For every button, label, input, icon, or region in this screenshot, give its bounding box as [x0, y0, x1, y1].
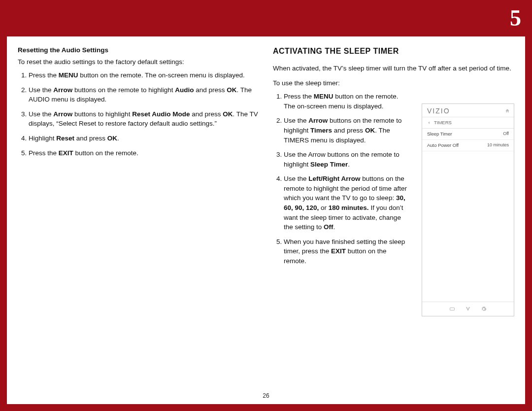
- text-bold: OK: [365, 127, 375, 134]
- osd-footer: [422, 302, 514, 316]
- home-icon: [505, 108, 510, 113]
- text-bold: Off: [324, 223, 333, 231]
- content-sheet: Resetting the Audio Settings To reset th…: [7, 36, 525, 404]
- page-number: 26: [7, 392, 525, 399]
- list-item: Press the EXIT button on the remote.: [29, 148, 259, 158]
- list-item: When you have finished setting the sleep…: [284, 237, 411, 266]
- list-item: Use the Arrow buttons on the remote to h…: [284, 150, 411, 169]
- manual-page: 5 Resetting the Audio Settings To reset …: [0, 0, 532, 411]
- osd-row-value: Off: [503, 131, 509, 137]
- osd-row-label: Auto Power Off: [427, 142, 459, 149]
- sleep-timer-intro-2: To use the sleep timer:: [273, 78, 514, 88]
- text: Press the: [29, 71, 59, 79]
- osd-spacer: [422, 151, 514, 302]
- gear-icon: [480, 306, 487, 312]
- list-item: Press the MENU button on the remote. The…: [29, 70, 259, 80]
- text: button on the remote.: [73, 149, 138, 157]
- text: and press: [332, 127, 365, 134]
- osd-row-sleep-timer: Sleep Timer Off: [422, 129, 514, 140]
- text: Use the: [29, 86, 53, 94]
- sleep-timer-intro-1: When activated, the TV’s sleep timer wil…: [273, 64, 514, 73]
- text-bold: Timers: [310, 127, 332, 134]
- wide-icon: [449, 306, 456, 312]
- text-bold: MENU: [59, 71, 78, 79]
- chapter-number: 5: [510, 5, 521, 31]
- text: and press: [194, 86, 227, 94]
- column-right: ACTIVATING THE SLEEP TIMER When activate…: [273, 45, 514, 398]
- osd-title: TIMERS: [434, 119, 452, 126]
- text-bold: Audio: [175, 86, 194, 94]
- text-bold: MENU: [314, 93, 333, 100]
- list-item: Press the MENU button on the remote. The…: [284, 92, 411, 111]
- list-item: Use the Arrow buttons to highlight Reset…: [29, 109, 259, 129]
- text: buttons to highlight: [72, 110, 132, 118]
- osd-menu-panel: VIZIO TIMERS Sleep Timer Off Auto Power …: [422, 103, 514, 316]
- text-bold: OK: [223, 110, 233, 118]
- osd-row-auto-power-off: Auto Power Off 10 minutes: [422, 140, 514, 151]
- column-left: Resetting the Audio Settings To reset th…: [18, 45, 259, 398]
- text: Highlight: [29, 135, 56, 142]
- text-bold: OK: [107, 135, 117, 142]
- back-icon: [427, 121, 431, 125]
- osd-brand: VIZIO: [427, 106, 450, 116]
- reset-audio-steps: Press the MENU button on the remote. The…: [18, 70, 259, 158]
- text: Use the: [29, 110, 53, 118]
- text-bold: Sleep Timer: [310, 161, 348, 168]
- text: Use the: [284, 117, 308, 124]
- text-bold: Arrow: [308, 117, 328, 124]
- list-item: Use the Left/Right Arrow buttons on the …: [284, 174, 411, 232]
- sleep-timer-body: Press the MENU button on the remote. The…: [273, 92, 411, 266]
- text: .: [348, 161, 350, 168]
- text: Press the: [29, 149, 59, 157]
- text: and press: [74, 135, 107, 142]
- text-bold: Arrow: [53, 86, 72, 94]
- text: .: [117, 135, 119, 142]
- text: buttons on the remote to highlight: [72, 86, 175, 94]
- list-item: Use the Arrow buttons on the remote to h…: [284, 116, 411, 145]
- sleep-timer-steps: Press the MENU button on the remote. The…: [273, 92, 411, 266]
- osd-row-value: 10 minutes: [487, 142, 509, 149]
- text-bold: EXIT: [331, 247, 346, 255]
- osd-title-row: TIMERS: [422, 117, 514, 129]
- text-bold: 180 minutes.: [329, 204, 369, 211]
- reset-audio-subhead: Resetting the Audio Settings: [18, 45, 259, 55]
- v-logo-icon: [465, 306, 471, 312]
- sleep-timer-title: ACTIVATING THE SLEEP TIMER: [273, 45, 514, 57]
- text-bold: Reset Audio Mode: [132, 110, 190, 118]
- list-item: Highlight Reset and press OK.: [29, 134, 259, 143]
- text-bold: Reset: [56, 135, 74, 142]
- text: or: [319, 204, 329, 211]
- text: .: [333, 223, 335, 231]
- text-bold: OK: [227, 86, 236, 94]
- osd-header: VIZIO: [422, 104, 514, 117]
- text: button on the remote. The on-screen menu…: [78, 71, 245, 79]
- text: and press: [190, 110, 223, 118]
- list-item: Use the Arrow buttons on the remote to h…: [29, 85, 259, 104]
- text-bold: Left/Right Arrow: [308, 175, 360, 182]
- osd-row-label: Sleep Timer: [427, 131, 452, 137]
- svg-rect-0: [450, 308, 455, 310]
- text-bold: Arrow: [53, 110, 72, 118]
- text: Press the: [284, 93, 314, 100]
- reset-audio-intro: To reset the audio settings to the facto…: [18, 57, 259, 67]
- text-bold: EXIT: [59, 149, 73, 157]
- text: Use the: [284, 175, 308, 182]
